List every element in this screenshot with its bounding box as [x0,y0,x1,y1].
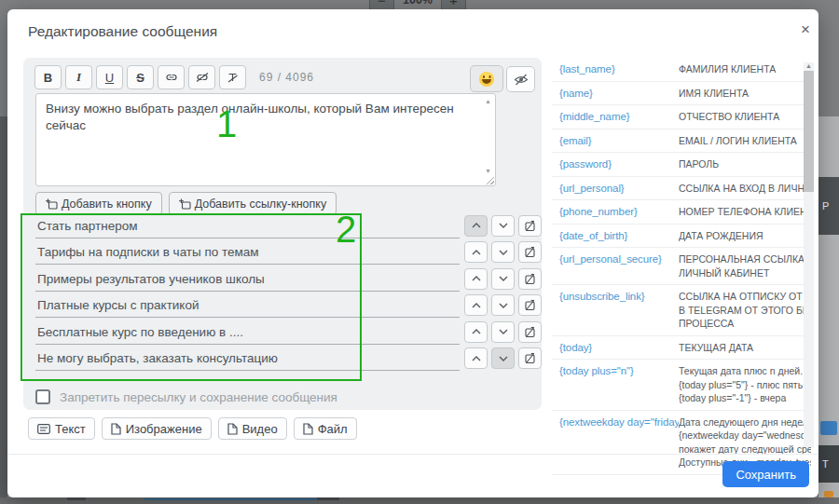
background-node-edge [144,498,337,500]
variable-link[interactable]: {last_name} [559,62,679,76]
delete-row-button[interactable] [518,347,542,369]
move-up-button[interactable] [464,241,488,263]
unlink-button[interactable] [188,65,215,89]
move-up-button[interactable] [464,215,488,237]
move-up-button[interactable] [464,268,488,290]
variable-row: {url_personal} ССЫЛКА НА ВХОД В ЛИЧНЫЙ К… [552,177,811,201]
variable-link[interactable]: {phone_number} [559,205,679,219]
clear-format-button[interactable] [219,65,246,89]
delete-icon [524,352,536,364]
variable-description: ИМЯ КЛИЕНТА [679,87,811,101]
zoom-out-icon: − [378,0,386,8]
move-down-button[interactable] [491,294,515,316]
tab-video[interactable]: Видео [218,417,287,440]
variables-scrollbar[interactable]: ▲ [804,62,814,447]
variable-link[interactable]: {url_personal} [559,182,679,196]
unlink-icon [196,73,209,82]
message-text-input[interactable]: Внизу можно выбрать раздел онлайн-школы,… [35,93,496,186]
scroll-up-icon[interactable]: ▲ [804,62,814,69]
variable-link[interactable]: {name} [559,87,679,101]
delete-icon [524,273,536,285]
variable-description: ССЫЛКА НА ВХОД В ЛИЧНЫЙ КА [679,182,811,196]
tab-image[interactable]: Изображение [102,417,212,440]
background-fragment-text: Т [822,458,829,470]
background-bottom-strip [0,497,839,504]
zoom-level-label: 100% [403,0,433,7]
link-button[interactable] [158,65,185,89]
bold-button[interactable]: B [34,65,62,89]
move-up-button[interactable] [464,321,488,343]
smiley-emoji-icon [479,72,494,87]
background-fragment [67,497,86,500]
tab-text-label: Текст [55,422,86,436]
variable-row: {password} ПАРОЛЬ [552,153,811,177]
chevron-up-icon [472,356,481,361]
variable-link[interactable]: {today} [559,341,679,355]
delete-icon [524,220,536,232]
variable-row: {today} ТЕКУЩАЯ ДАТА [552,336,811,361]
move-down-button[interactable] [491,347,515,369]
tab-file[interactable]: Файл [294,417,357,440]
eye-off-icon [514,74,529,86]
variable-link[interactable]: {date_of_birth} [559,229,679,243]
variable-link[interactable]: {middle_name} [559,110,679,124]
format-toolbar: B I U S 69 / 4096 [34,65,314,89]
move-down-button[interactable] [491,215,515,237]
variable-link[interactable]: {url_personal_secure} [559,252,679,279]
background-right-strip [818,116,839,497]
attachment-type-row: Текст Изображение Видео Файл [28,417,357,440]
underline-button[interactable]: U [96,65,123,89]
variable-link[interactable]: {nextweekday day="friday"} [559,415,679,470]
chevron-up-icon [472,223,481,228]
preview-toggle-button[interactable] [506,66,535,92]
variable-description: ТЕКУЩАЯ ДАТА [679,341,811,355]
variable-description: ДАТА РОЖДЕНИЯ [679,229,811,243]
delete-row-button[interactable] [518,268,542,290]
move-down-button[interactable] [491,241,515,263]
strikethrough-button[interactable]: S [127,65,154,89]
delete-row-button[interactable] [518,294,542,316]
add-button-icon [46,198,58,210]
variable-description: НОМЕР ТЕЛЕФОНА КЛИЕНТА [679,205,811,219]
variable-row: {unsubscribe_link} ССЫЛКА НА ОТПИСКУ ОТ … [552,285,811,336]
close-icon[interactable]: × [796,20,815,39]
delete-row-button[interactable] [518,215,542,237]
scroll-down-icon[interactable]: ▼ [485,168,491,174]
add-link-button-icon [179,198,191,210]
forbid-forwarding-row: Запретить пересылку и сохранение сообщен… [35,389,337,404]
forbid-forwarding-checkbox[interactable] [35,389,50,404]
variable-row: {phone_number} НОМЕР ТЕЛЕФОНА КЛИЕНТА [552,200,811,225]
variable-link[interactable]: {password} [559,157,679,171]
scrollbar-thumb[interactable] [804,71,814,192]
variable-row: {middle_name} ОТЧЕСТВО КЛИЕНТА [552,105,811,129]
delete-row-button[interactable] [518,321,542,343]
scroll-up-icon[interactable]: ▲ [485,98,491,104]
emoji-picker-button[interactable] [470,65,503,92]
file-icon [111,423,121,435]
variable-link[interactable]: {email} [559,134,679,148]
forbid-forwarding-label: Запретить пересылку и сохранение сообщен… [60,390,337,404]
italic-button[interactable]: I [65,65,92,89]
tab-text[interactable]: Текст [28,417,95,440]
chevron-up-icon [472,276,481,281]
delete-icon [524,326,536,338]
tab-image-label: Изображение [126,422,202,436]
resize-grip[interactable] [485,175,494,184]
chevron-down-icon [499,250,508,255]
variable-description: ФАМИЛИЯ КЛИЕНТА [679,62,811,76]
save-button[interactable]: Сохранить [722,461,809,487]
move-down-button[interactable] [491,268,515,290]
variable-link[interactable]: {today plus="n"} [559,364,679,405]
variable-link[interactable]: {unsubscribe_link} [559,290,679,331]
file-icon [303,423,313,435]
delete-row-button[interactable] [518,241,542,263]
variable-description: ССЫЛКА НА ОТПИСКУ ОТ СООБ В TELEGRAM ОТ … [679,290,811,331]
text-card-icon [37,424,50,434]
chevron-down-icon [499,356,508,361]
move-up-button[interactable] [464,294,488,316]
tab-video-label: Видео [242,422,278,436]
move-down-button[interactable] [491,321,515,343]
variable-description: EMAIL / ЛОГИН КЛИЕНТА [679,134,811,148]
tab-file-label: Файл [318,422,348,436]
move-up-button[interactable] [464,347,488,369]
